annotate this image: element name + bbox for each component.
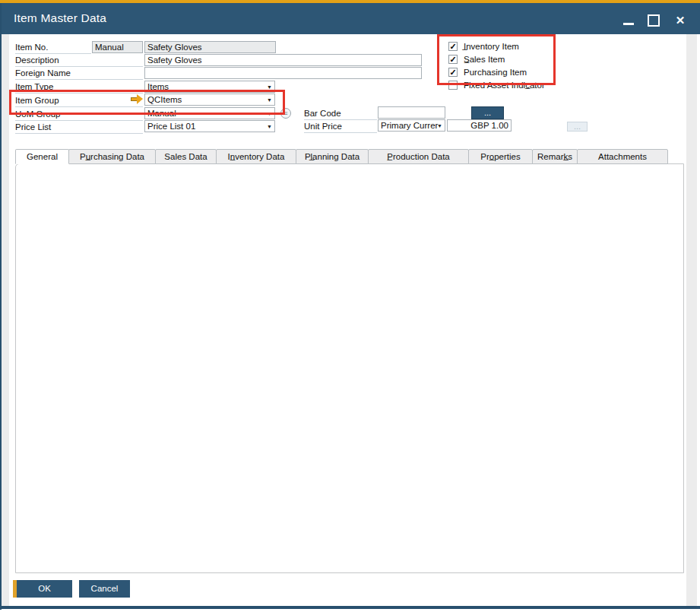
tab-purchasing-data[interactable]: Pu̲rchasing Data bbox=[68, 149, 156, 164]
close-icon: ✕ bbox=[672, 13, 689, 28]
tab-label: Attachments bbox=[598, 152, 647, 161]
ok-button[interactable]: OK bbox=[13, 580, 72, 598]
tab-label: Remark̲s bbox=[537, 152, 572, 161]
window-title: Item Master Data bbox=[14, 11, 106, 25]
tab-label: General bbox=[27, 152, 58, 161]
tab-bar: General Pu̲rchasing Data Sales Data In̲v… bbox=[15, 149, 668, 164]
bar-code-browse-button[interactable]: ... bbox=[471, 106, 504, 119]
cancel-button[interactable]: Cancel bbox=[79, 580, 130, 598]
tab-label: P̲roduction Data bbox=[387, 152, 449, 161]
price-list-dropdown[interactable]: Price List 01▼ bbox=[144, 120, 275, 132]
item-master-data-window: Item Master Data ✕ Item No. Manual Safet… bbox=[0, 0, 700, 612]
tab-inventory-data[interactable]: In̲ventory Data bbox=[216, 149, 296, 164]
general-tab-panel bbox=[15, 163, 684, 573]
description-label: Description bbox=[15, 55, 143, 67]
unit-price-browse-button[interactable]: ... bbox=[567, 122, 588, 132]
tab-label: Pro̲perties bbox=[480, 152, 520, 161]
tab-attachments[interactable]: Attachments bbox=[577, 149, 668, 164]
window-bottom-border bbox=[0, 606, 700, 609]
maximize-button[interactable] bbox=[645, 13, 662, 28]
item-group-value: QCItems bbox=[147, 95, 182, 104]
tab-properties[interactable]: Pro̲perties bbox=[468, 149, 533, 164]
minimize-button[interactable] bbox=[620, 13, 637, 28]
tab-label: Pl̲anning Data bbox=[305, 152, 360, 161]
tab-label: Sales Data bbox=[164, 152, 207, 161]
tab-label: In̲ventory Data bbox=[228, 152, 285, 161]
item-no-label: Item No. bbox=[15, 42, 91, 54]
price-list-value: Price List 01 bbox=[147, 122, 195, 131]
checkbox-label: I̲nventory Item bbox=[464, 42, 519, 52]
chevron-down-icon: ▼ bbox=[267, 97, 272, 103]
close-button[interactable]: ✕ bbox=[672, 13, 689, 28]
item-type-dropdown[interactable]: Items▼ bbox=[144, 81, 275, 93]
item-type-label: Item Type bbox=[15, 81, 143, 94]
checkbox-label: Fixed Asset Indic̲ator bbox=[464, 81, 545, 90]
checkbox-box bbox=[448, 81, 458, 90]
uom-list-icon[interactable]: ≡ bbox=[280, 108, 291, 119]
tab-general[interactable]: General bbox=[15, 149, 69, 164]
item-group-label: Item Group bbox=[15, 95, 143, 107]
unit-price-label: Unit Price bbox=[304, 121, 377, 133]
bar-code-field[interactable] bbox=[378, 106, 445, 119]
checkbox-label: Purchasing Item bbox=[464, 68, 527, 78]
maximize-icon bbox=[648, 14, 660, 27]
checkbox-box bbox=[448, 55, 458, 64]
bar-code-label: Bar Code bbox=[304, 108, 377, 120]
tab-label: Pu̲rchasing Data bbox=[80, 152, 144, 161]
checkbox-box bbox=[448, 68, 458, 77]
item-type-value: Items bbox=[147, 82, 169, 91]
chevron-down-icon: ▼ bbox=[267, 110, 272, 117]
tab-sales-data[interactable]: Sales Data bbox=[155, 149, 217, 164]
item-no-field[interactable]: Safety Gloves bbox=[144, 41, 276, 53]
checkbox-label: S̲ales Item bbox=[464, 55, 505, 65]
foreign-name-label: Foreign Name bbox=[15, 68, 143, 80]
currency-dropdown[interactable]: Primary Currer▼ bbox=[378, 119, 445, 132]
item-group-dropdown[interactable]: QCItems▼ bbox=[144, 94, 275, 106]
uom-group-value: Manual bbox=[147, 109, 176, 118]
checkbox-box bbox=[448, 42, 458, 51]
chevron-down-icon: ▼ bbox=[267, 123, 272, 130]
right-frame-strip bbox=[686, 34, 697, 606]
tab-planning-data[interactable]: Pl̲anning Data bbox=[296, 149, 369, 164]
description-field[interactable]: Safety Gloves bbox=[144, 54, 422, 66]
minimize-icon bbox=[623, 23, 634, 25]
item-group-arrow-icon bbox=[131, 94, 143, 104]
price-list-label: Price List bbox=[15, 122, 143, 134]
tab-production-data[interactable]: P̲roduction Data bbox=[368, 149, 469, 164]
titlebar[interactable]: Item Master Data ✕ bbox=[0, 3, 700, 34]
uom-group-dropdown[interactable]: Manual▼ bbox=[144, 107, 275, 119]
uom-group-label: UoM Group bbox=[15, 109, 143, 121]
chevron-down-icon: ▼ bbox=[437, 122, 442, 129]
tab-remarks[interactable]: Remark̲s bbox=[532, 149, 578, 164]
left-frame-strip bbox=[2, 34, 9, 606]
item-no-mode-field[interactable]: Manual bbox=[92, 41, 143, 53]
currency-value: Primary Currer bbox=[381, 121, 438, 130]
foreign-name-field[interactable] bbox=[144, 67, 422, 79]
unit-price-field[interactable]: GBP 1.00 bbox=[447, 119, 512, 132]
chevron-down-icon: ▼ bbox=[267, 84, 272, 90]
